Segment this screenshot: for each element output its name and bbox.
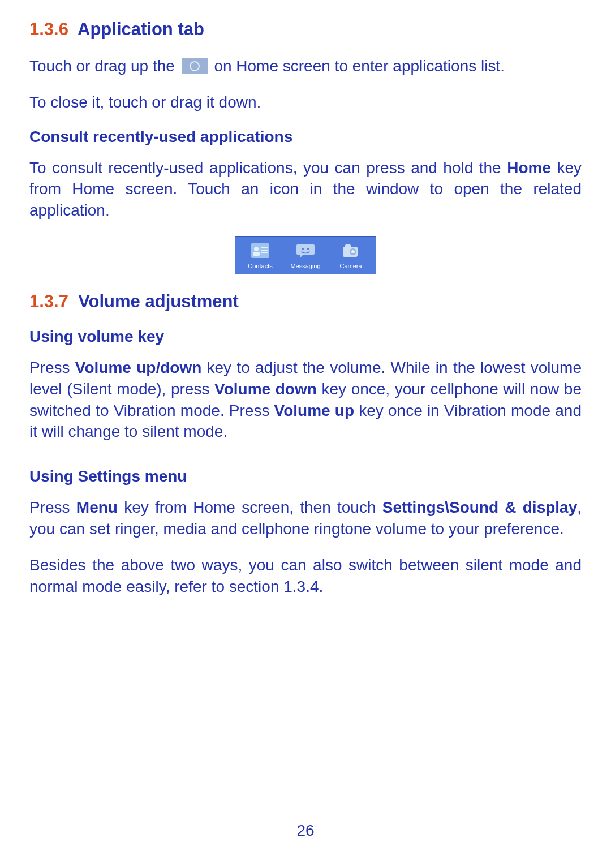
contacts-icon bbox=[250, 242, 270, 259]
text: To consult recently-used applications, y… bbox=[29, 159, 507, 177]
recent-app-label: Camera bbox=[328, 263, 373, 269]
svg-rect-4 bbox=[261, 250, 268, 251]
section-title: Application tab bbox=[78, 19, 204, 39]
recent-app-contacts: Contacts bbox=[238, 242, 282, 269]
svg-rect-2 bbox=[253, 252, 260, 256]
circle-icon bbox=[190, 61, 200, 71]
bold-text: Menu bbox=[76, 499, 118, 516]
bold-text: Volume down bbox=[214, 380, 317, 398]
text: To close it, touch or drag it down. bbox=[29, 93, 261, 111]
recent-app-camera: Camera bbox=[328, 242, 373, 269]
section-number: 1.3.7 bbox=[29, 291, 68, 311]
subsection-heading: Consult recently-used applications bbox=[29, 128, 582, 146]
page-number: 26 bbox=[0, 822, 611, 840]
text: Press bbox=[29, 359, 75, 376]
bold-text: Home bbox=[507, 159, 551, 177]
paragraph: To close it, touch or drag it down. bbox=[29, 92, 582, 113]
camera-icon bbox=[341, 242, 361, 259]
recent-apps-figure: Contacts Messaging bbox=[235, 236, 376, 274]
app-tab-icon bbox=[182, 58, 208, 74]
svg-point-11 bbox=[351, 250, 355, 253]
section-title: Volume adjustment bbox=[78, 291, 239, 311]
page: 1.3.6 Application tab Touch or drag up t… bbox=[0, 0, 611, 868]
paragraph: Besides the above two ways, you can also… bbox=[29, 555, 582, 598]
recent-app-messaging: Messaging bbox=[283, 242, 328, 269]
svg-point-6 bbox=[302, 248, 304, 250]
text: on Home screen to enter applications lis… bbox=[214, 57, 505, 75]
bold-text: Volume up bbox=[274, 402, 354, 419]
text: key from Home screen, then touch bbox=[118, 499, 382, 516]
text: Consult recently-used applications bbox=[29, 128, 292, 145]
text: Besides the above two ways, you can also… bbox=[29, 556, 582, 595]
section-number: 1.3.6 bbox=[29, 19, 68, 39]
svg-rect-5 bbox=[261, 252, 268, 253]
text: 26 bbox=[296, 822, 314, 839]
text: Using Settings menu bbox=[29, 467, 187, 485]
text: Press bbox=[29, 499, 76, 516]
recent-app-label: Messaging bbox=[283, 263, 328, 269]
paragraph: Press Volume up/down key to adjust the v… bbox=[29, 357, 582, 442]
subsection-heading: Using Settings menu bbox=[29, 467, 582, 485]
subsection-heading: Using volume key bbox=[29, 328, 582, 346]
paragraph: Press Menu key from Home screen, then to… bbox=[29, 497, 582, 540]
text: Touch or drag up the bbox=[29, 57, 179, 75]
paragraph: Touch or drag up the on Home screen to e… bbox=[29, 55, 582, 77]
messaging-icon bbox=[295, 242, 316, 259]
svg-rect-3 bbox=[261, 247, 268, 248]
recent-app-label: Contacts bbox=[238, 263, 282, 269]
bold-text: Volume up/down bbox=[75, 359, 201, 376]
section-heading-1-3-7: 1.3.7 Volume adjustment bbox=[29, 291, 582, 312]
section-heading-1-3-6: 1.3.6 Application tab bbox=[29, 19, 582, 40]
text: Using volume key bbox=[29, 328, 164, 345]
paragraph: To consult recently-used applications, y… bbox=[29, 157, 582, 221]
svg-point-1 bbox=[254, 247, 259, 251]
svg-point-7 bbox=[307, 248, 309, 250]
svg-rect-9 bbox=[345, 244, 351, 248]
bold-text: Settings\Sound & display bbox=[382, 499, 578, 516]
